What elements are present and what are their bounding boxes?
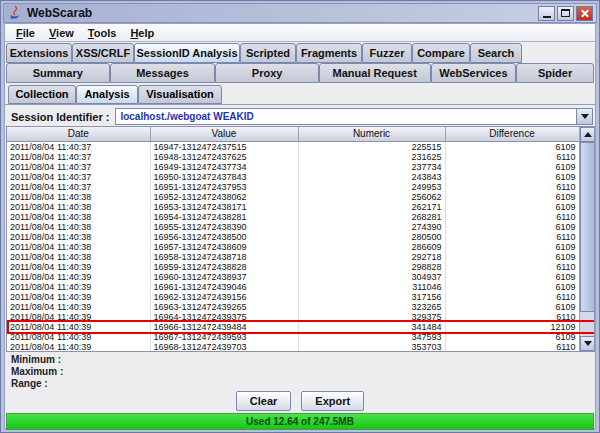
table-cell: 2011/08/04 11:40:39 [7,322,150,332]
tab-sessionid-analysis[interactable]: SessionID Analysis [134,43,240,63]
tab-visualisation[interactable]: Visualisation [138,85,222,104]
table-cell: 6109 [445,172,579,182]
column-header-date[interactable]: Date [7,127,150,141]
table-cell: 317156 [298,292,445,302]
table-cell: 347593 [298,332,445,342]
tab-extensions[interactable]: Extensions [6,43,72,63]
table-row[interactable]: 2011/08/04 11:40:3916961-131247243904631… [7,282,579,292]
vertical-scrollbar[interactable] [579,127,594,351]
table-cell: 6109 [445,162,579,172]
table-row[interactable]: 2011/08/04 11:40:3916962-131247243915631… [7,292,579,302]
table-row[interactable]: 2011/08/04 11:40:3916963-131247243926532… [7,302,579,312]
maximize-button[interactable] [557,6,574,21]
tab-manual-request[interactable]: Manual Request [319,63,431,83]
table-cell: 6109 [445,141,579,152]
tab-summary[interactable]: Summary [6,63,110,83]
table-cell: 6110 [445,152,579,162]
table-row[interactable]: 2011/08/04 11:40:3816952-131247243806225… [7,192,579,202]
stats-block: Minimum : Maximum : Range : [11,354,63,390]
column-header-numeric[interactable]: Numeric [298,127,445,141]
tab-messages[interactable]: Messages [110,63,216,83]
close-button[interactable] [576,6,593,21]
tab-fragments[interactable]: Fragments [296,43,362,63]
tab-compare[interactable]: Compare [412,43,470,63]
table-row[interactable]: 2011/08/04 11:40:3916966-131247243948434… [7,322,579,332]
table-row[interactable]: 2011/08/04 11:40:3916959-131247243882829… [7,262,579,272]
table-row[interactable]: 2011/08/04 11:40:3716951-131247243795324… [7,182,579,192]
table-cell: 6109 [445,332,579,342]
table-row[interactable]: 2011/08/04 11:40:3716949-131247243773423… [7,162,579,172]
table-row[interactable]: 2011/08/04 11:40:3716950-131247243784324… [7,172,579,182]
tab-scripted[interactable]: Scripted [240,43,296,63]
range-label: Range : [11,378,48,389]
table-cell: 286609 [298,242,445,252]
table-row[interactable]: 2011/08/04 11:40:3916960-131247243893730… [7,272,579,282]
table-cell: 268281 [298,212,445,222]
tab-analysis[interactable]: Analysis [76,85,138,104]
column-header-value[interactable]: Value [150,127,298,141]
tab-proxy[interactable]: Proxy [215,63,319,83]
table-cell: 16960-1312472438937 [150,272,298,282]
table-row[interactable]: 2011/08/04 11:40:3916964-131247243937532… [7,312,579,322]
table-cell: 329375 [298,312,445,322]
column-header-difference[interactable]: Difference [445,127,579,141]
combo-dropdown-button[interactable] [576,109,592,124]
table-cell: 16968-1312472439703 [150,342,298,352]
scrollbar-thumb[interactable] [580,142,595,312]
table-row[interactable]: 2011/08/04 11:40:3816957-131247243860928… [7,242,579,252]
table-cell: 243843 [298,172,445,182]
tab-search[interactable]: Search [470,43,522,63]
table-cell: 341484 [298,322,445,332]
table-cell: 16953-1312472438171 [150,202,298,212]
table-cell: 16950-1312472437843 [150,172,298,182]
sub-tab-row: Collection Analysis Visualisation [8,85,222,104]
export-button[interactable]: Export [301,391,364,411]
table-row[interactable]: 2011/08/04 11:40:3816954-131247243828126… [7,212,579,222]
title-bar[interactable]: WebScarab [3,3,597,23]
table-row[interactable]: 2011/08/04 11:40:3816955-131247243839027… [7,222,579,232]
table-cell: 16961-1312472439046 [150,282,298,292]
table-cell: 2011/08/04 11:40:38 [7,202,150,212]
table-cell: 16947-1312472437515 [150,141,298,152]
table-cell: 249953 [298,182,445,192]
table-cell: 274390 [298,222,445,232]
menu-file[interactable]: File [9,26,42,40]
table-row[interactable]: 2011/08/04 11:40:3716947-131247243751522… [7,141,579,152]
tab-xss-crlf[interactable]: XSS/CRLF [72,43,134,63]
table-cell: 2011/08/04 11:40:39 [7,272,150,282]
menu-tools[interactable]: Tools [81,26,124,40]
table-row[interactable]: 2011/08/04 11:40:3816956-131247243850028… [7,232,579,242]
clear-button[interactable]: Clear [236,391,292,411]
table-cell: 16949-1312472437734 [150,162,298,172]
table-row[interactable]: 2011/08/04 11:40:3916967-131247243959334… [7,332,579,342]
session-identifier-label: Session Identifier : [11,111,109,123]
table-cell: 2011/08/04 11:40:39 [7,282,150,292]
table-cell: 16954-1312472438281 [150,212,298,222]
table-cell: 2011/08/04 11:40:39 [7,342,150,352]
table-cell: 2011/08/04 11:40:37 [7,141,150,152]
table-cell: 353703 [298,342,445,352]
tab-spider[interactable]: Spider [516,63,594,83]
menu-view[interactable]: View [42,26,81,40]
table-row[interactable]: 2011/08/04 11:40:3916968-131247243970335… [7,342,579,352]
tab-webservices[interactable]: WebServices [431,63,517,83]
table-cell: 2011/08/04 11:40:37 [7,162,150,172]
menu-bar: File View Tools Help [5,24,595,42]
table-cell: 6109 [445,202,579,212]
table-cell: 2011/08/04 11:40:39 [7,312,150,322]
subtab-divider [5,104,595,105]
table-row[interactable]: 2011/08/04 11:40:3816953-131247243817126… [7,202,579,212]
table-cell: 2011/08/04 11:40:38 [7,222,150,232]
table-cell: 2011/08/04 11:40:37 [7,152,150,162]
scroll-down-button[interactable] [580,336,595,351]
table-cell: 2011/08/04 11:40:39 [7,302,150,312]
session-identifier-combobox[interactable]: localhost./webgoat WEAKID [115,108,593,125]
menu-help[interactable]: Help [123,26,161,40]
scroll-up-button[interactable] [580,127,595,142]
tab-collection[interactable]: Collection [8,85,76,104]
minimize-button[interactable] [538,6,555,21]
table-row[interactable]: 2011/08/04 11:40:3816958-131247243871829… [7,252,579,262]
tab-fuzzer[interactable]: Fuzzer [362,43,412,63]
maximum-label: Maximum : [11,366,63,377]
table-row[interactable]: 2011/08/04 11:40:3716948-131247243762523… [7,152,579,162]
